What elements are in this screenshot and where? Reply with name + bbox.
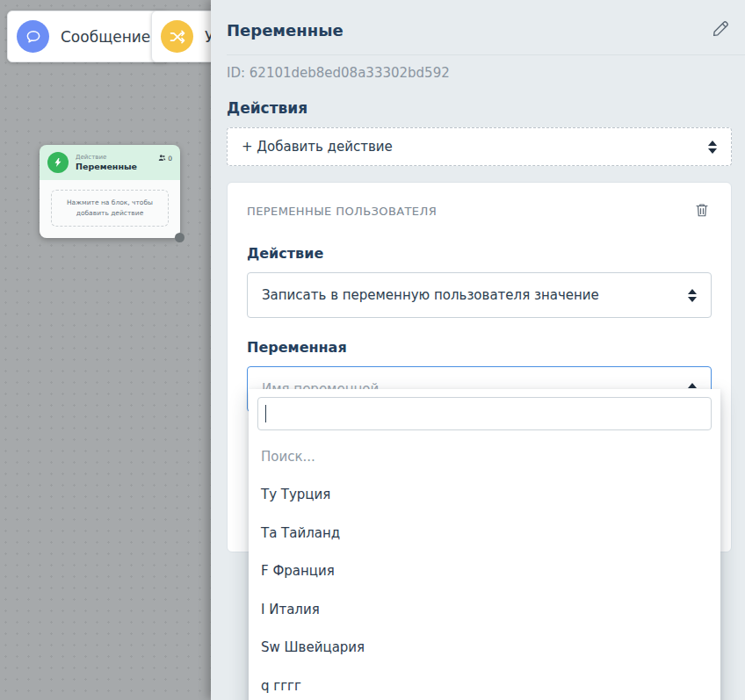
variable-field-label: Переменная [247, 339, 712, 356]
node-empty-hint: Нажмите на блок, чтобы добавить действие [51, 190, 169, 227]
panel-title: Переменные [227, 21, 344, 40]
action-type-select[interactable]: Записать в переменную пользователя значе… [247, 272, 712, 318]
pencil-icon [711, 19, 730, 41]
dropdown-option[interactable]: F Франция [257, 552, 712, 591]
actions-heading: Действия [227, 99, 732, 117]
chevron-updown-icon [708, 141, 717, 154]
chat-bubble-icon [17, 20, 49, 53]
toolbar-button-label: Сообщение [61, 28, 150, 46]
chevron-updown-icon [688, 289, 697, 302]
dropdown-options-list: Поиск... Ту Турция Та Тайланд F Франция … [257, 437, 712, 700]
action-type-value: Записать в переменную пользователя значе… [262, 287, 599, 303]
action-field-label: Действие [247, 245, 712, 262]
add-action-label: + Добавить действие [242, 139, 393, 155]
shuffle-icon [161, 20, 193, 53]
edit-title-button[interactable] [709, 18, 732, 43]
dropdown-option[interactable]: Sw Швейцария [257, 629, 712, 668]
dropdown-option[interactable]: Ту Турция [257, 476, 712, 515]
flow-node-header: Действие Переменные 0 [40, 145, 180, 180]
lightning-icon [47, 152, 69, 173]
text-caret [265, 405, 266, 422]
card-title: ПЕРЕМЕННЫЕ ПОЛЬЗОВАТЕЛЯ [247, 205, 437, 218]
dropdown-search-input[interactable] [257, 397, 712, 430]
add-action-select[interactable]: + Добавить действие [227, 127, 732, 166]
node-title: Переменные [76, 162, 151, 171]
add-message-block-button[interactable]: Сообщение [7, 11, 169, 62]
dropdown-option[interactable]: I Италия [257, 590, 712, 629]
settings-panel: Переменные ID: 62101deb8ed08a33302bd592 … [211, 0, 745, 700]
dropdown-option[interactable]: Та Тайланд [257, 514, 712, 552]
node-type-label: Действие [76, 154, 151, 161]
flow-node-variables[interactable]: Действие Переменные 0 Нажмите на блок, ч… [40, 145, 180, 238]
block-id: ID: 62101deb8ed08a33302bd592 [227, 55, 732, 81]
dropdown-option[interactable]: Поиск... [257, 437, 712, 476]
node-users-count: 0 [168, 155, 172, 162]
delete-action-button[interactable] [692, 200, 712, 222]
trash-icon [694, 202, 710, 220]
node-output-port[interactable] [175, 233, 184, 242]
dropdown-option[interactable]: q гггг [257, 667, 712, 700]
variable-dropdown: Поиск... Ту Турция Та Тайланд F Франция … [249, 389, 720, 700]
flow-node-body[interactable]: Нажмите на блок, чтобы добавить действие [40, 180, 180, 238]
users-icon [158, 154, 166, 163]
